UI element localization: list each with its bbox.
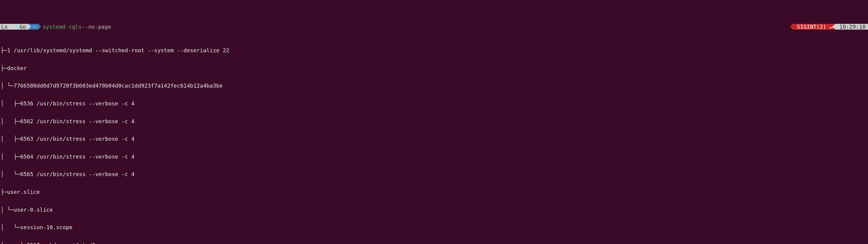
command-area[interactable]: systemd-cgls --no-page — [38, 24, 111, 30]
output-line: ├─1 /usr/lib/systemd/systemd --switched-… — [1, 48, 868, 53]
status-time: 10:29:10 — [835, 24, 868, 30]
output-line: ├─docker — [1, 65, 868, 71]
output-line: │ ├─6563 /usr/bin/stress --verbose -c 4 — [1, 136, 868, 142]
terminal-output[interactable]: ├─1 /usr/lib/systemd/systemd --switched-… — [0, 36, 868, 244]
output-line: │ └─7766580dd0d7d9728f3b603ed470b04d0cac… — [1, 83, 868, 89]
output-line: │ └─user-0.slice — [1, 207, 868, 213]
prompt-go-text: Go — [20, 24, 26, 30]
command-arg: --no-page — [82, 24, 111, 30]
output-line: │ └─session-10.scope — [1, 225, 868, 231]
prompt-segment-lx: Lx — [0, 24, 10, 30]
hdd-icon: 💿 — [14, 24, 20, 29]
output-line: │ ├─6562 /usr/bin/stress --verbose -c 4 — [1, 118, 868, 124]
status-sigint: SIGINT(2) ↵ — [793, 24, 835, 30]
command-name: systemd-cgls — [42, 24, 82, 30]
prompt-line[interactable]: Lx 💿 Go ~ systemd-cgls --no-page SIGINT(… — [0, 24, 868, 30]
output-line: │ ├─6536 /usr/bin/stress --verbose -c 4 — [1, 101, 868, 106]
output-line: │ └─6565 /usr/bin/stress --verbose -c 4 — [1, 171, 868, 177]
output-line: ├─user.slice — [1, 189, 868, 195]
output-line: │ ├─6564 /usr/bin/stress --verbose -c 4 — [1, 154, 868, 159]
output-line: │ ├─3517 sshd: root@pts/0 — [1, 242, 868, 244]
prompt-segment-go: 💿 Go — [10, 24, 29, 30]
